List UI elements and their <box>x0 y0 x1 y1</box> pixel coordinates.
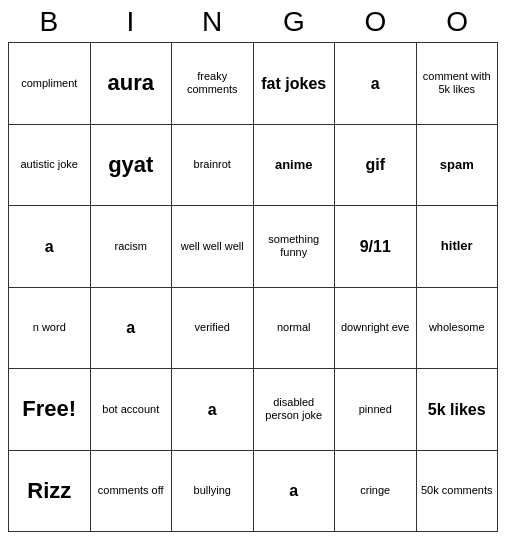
cell-3-5: wholesome <box>417 288 499 370</box>
cell-4-2: a <box>172 369 254 451</box>
bingo-grid: complimentaurafreaky commentsfat jokesac… <box>8 42 498 532</box>
cell-3-4: downright eve <box>335 288 417 370</box>
cell-0-5: comment with 5k likes <box>417 43 499 125</box>
cell-0-3: fat jokes <box>254 43 336 125</box>
cell-1-3: anime <box>254 125 336 207</box>
cell-1-1: gyat <box>91 125 173 207</box>
cell-2-2: well well well <box>172 206 254 288</box>
cell-5-0: Rizz <box>9 451 91 533</box>
cell-1-4: gif <box>335 125 417 207</box>
cell-5-4: cringe <box>335 451 417 533</box>
cell-3-2: verified <box>172 288 254 370</box>
cell-1-5: spam <box>417 125 499 207</box>
title-letter-n-2: N <box>175 6 249 38</box>
bingo-title: BINGOO <box>8 0 498 42</box>
cell-1-2: brainrot <box>172 125 254 207</box>
cell-5-1: comments off <box>91 451 173 533</box>
cell-3-0: n word <box>9 288 91 370</box>
title-letter-b-0: B <box>12 6 86 38</box>
cell-0-2: freaky comments <box>172 43 254 125</box>
cell-2-3: something funny <box>254 206 336 288</box>
cell-5-5: 50k comments <box>417 451 499 533</box>
title-letter-o-4: O <box>338 6 412 38</box>
cell-0-1: aura <box>91 43 173 125</box>
cell-3-3: normal <box>254 288 336 370</box>
cell-2-4: 9/11 <box>335 206 417 288</box>
title-letter-g-3: G <box>257 6 331 38</box>
cell-2-5: hitler <box>417 206 499 288</box>
cell-2-0: a <box>9 206 91 288</box>
cell-1-0: autistic joke <box>9 125 91 207</box>
cell-4-0: Free! <box>9 369 91 451</box>
cell-4-1: bot account <box>91 369 173 451</box>
cell-0-4: a <box>335 43 417 125</box>
title-letter-i-1: I <box>93 6 167 38</box>
cell-2-1: racism <box>91 206 173 288</box>
cell-5-2: bullying <box>172 451 254 533</box>
cell-0-0: compliment <box>9 43 91 125</box>
cell-3-1: a <box>91 288 173 370</box>
cell-5-3: a <box>254 451 336 533</box>
title-letter-o-5: O <box>420 6 494 38</box>
cell-4-3: disabled person joke <box>254 369 336 451</box>
cell-4-5: 5k likes <box>417 369 499 451</box>
cell-4-4: pinned <box>335 369 417 451</box>
